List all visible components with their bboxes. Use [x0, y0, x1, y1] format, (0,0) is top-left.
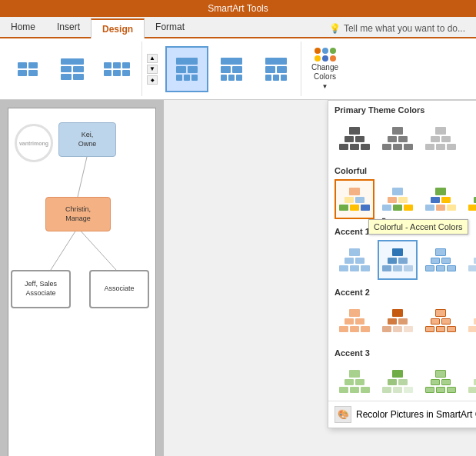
color-accent1-2[interactable]: [378, 240, 418, 280]
color-colorful-3[interactable]: [421, 179, 461, 219]
mini-sa-c1: [339, 188, 370, 211]
layouts-group: [3, 42, 142, 96]
color-colorful-1[interactable]: [335, 179, 374, 219]
color-primary-2[interactable]: [378, 118, 418, 158]
node-jeff[interactable]: Jeff, SalesAssociate: [11, 270, 71, 308]
color-accent2-1[interactable]: [335, 301, 374, 341]
logo-text: vantrimong: [19, 141, 48, 146]
smartart-option-2[interactable]: [210, 46, 253, 92]
mini-sa-a2-2: [382, 309, 413, 332]
node-kei[interactable]: Kei,Owne: [58, 122, 116, 157]
node-kei-text: Kei,Owne: [78, 131, 97, 148]
color-accent1-3[interactable]: [421, 240, 461, 280]
section-colorful-label: Colorful: [328, 161, 476, 178]
color-colorful-4[interactable]: [464, 179, 476, 219]
node-christin-text: Christin,Manage: [65, 205, 91, 223]
color-accent3-4[interactable]: [464, 361, 476, 401]
dropdown-area: Primary Theme Colors: [164, 100, 476, 456]
mini-sa-c2: [382, 188, 413, 211]
change-colors-arrow: ▼: [322, 83, 328, 90]
title-bar: SmartArt Tools: [0, 0, 476, 17]
color-primary-1[interactable]: [335, 118, 374, 158]
dropdown-panel: Primary Theme Colors: [328, 100, 476, 428]
logo-circle: vantrimong: [15, 124, 53, 162]
mini-sa-a3-2: [382, 370, 413, 393]
svg-line-1: [51, 228, 78, 270]
color-accent2-2[interactable]: [378, 301, 418, 341]
color-row-accent3: [328, 360, 476, 401]
tab-design[interactable]: Design: [91, 18, 145, 38]
node-associate[interactable]: Associate: [89, 270, 149, 308]
color-accent3-1[interactable]: [335, 361, 374, 401]
scroll-more-btn[interactable]: ◆: [147, 75, 158, 85]
change-colors-button[interactable]: ChangeColors ▼: [305, 42, 345, 96]
tooltip: Colorful - Accent Colors: [368, 219, 468, 235]
color-row-accent1: [328, 238, 476, 283]
mini-sa-p3: [425, 127, 456, 150]
node-christin[interactable]: Christin,Manage: [45, 197, 111, 231]
color-accent1-4[interactable]: [464, 240, 476, 280]
color-accent2-3[interactable]: [421, 301, 461, 341]
mini-sa-a1-4: [468, 248, 476, 271]
main-area: vantrimong Kei,Owne Christin,Manage Jeff…: [0, 100, 476, 456]
smartart-option-1[interactable]: [165, 46, 208, 92]
scroll-up-btn[interactable]: ▲: [147, 54, 158, 63]
svg-line-2: [78, 228, 116, 270]
color-accent2-4[interactable]: [464, 301, 476, 341]
dropdown-main: Primary Theme Colors: [328, 101, 476, 401]
mini-sa-a2-4: [468, 309, 476, 332]
mini-sa-a3-3: [425, 370, 456, 393]
search-area[interactable]: 💡 Tell me what you want to do...: [321, 20, 476, 37]
section-accent3-label: Accent 3: [328, 344, 476, 360]
ribbon-body: ▲ ▼ ◆: [0, 38, 476, 100]
color-dots-icon: [315, 48, 336, 62]
node-associate-text: Associate: [104, 285, 134, 294]
layout-btn-3[interactable]: [95, 46, 138, 92]
layout-btn-1[interactable]: [6, 46, 49, 92]
svg-line-0: [78, 157, 87, 197]
tab-home[interactable]: Home: [0, 17, 46, 37]
mini-sa-a1-2: [382, 248, 413, 271]
color-colorful-2[interactable]: [378, 179, 418, 219]
scroll-down-btn[interactable]: ▼: [147, 65, 158, 74]
mini-sa-a2-3: [425, 309, 456, 332]
color-accent1-1[interactable]: [335, 240, 374, 280]
mini-sa-a3-4: [468, 370, 476, 393]
color-row-accent2: [328, 299, 476, 344]
color-row-colorful: ↖ Colorful - Accent Colors: [328, 178, 476, 222]
mini-sa-a1-1: [339, 248, 370, 271]
mini-sa-c4: [468, 188, 476, 211]
tab-insert[interactable]: Insert: [46, 17, 91, 37]
mini-sa-a1-3: [425, 248, 456, 271]
color-accent3-3[interactable]: [421, 361, 461, 401]
slide-preview: vantrimong Kei,Owne Christin,Manage Jeff…: [0, 100, 164, 456]
recolor-action[interactable]: 🎨 Recolor Pictures in SmartArt Graphic .…: [328, 401, 476, 428]
color-accent3-2[interactable]: [378, 361, 418, 401]
color-row-primary: [328, 117, 476, 161]
smartart-option-3[interactable]: [255, 46, 298, 92]
smartart-options-group: [162, 42, 301, 96]
change-colors-label: ChangeColors: [311, 63, 338, 82]
ribbon-tabs: Home Insert Design Format 💡 Tell me what…: [0, 17, 476, 38]
layout-btn-2[interactable]: [51, 46, 94, 92]
section-accent2-label: Accent 2: [328, 283, 476, 299]
color-primary-3[interactable]: [421, 118, 461, 158]
tab-format[interactable]: Format: [145, 17, 195, 37]
dropdown-content: Primary Theme Colors: [328, 101, 476, 401]
recolor-icon: 🎨: [335, 406, 351, 423]
recolor-label: Recolor Pictures in SmartArt Graphic: [356, 409, 476, 420]
slide-bg: vantrimong Kei,Owne Christin,Manage Jeff…: [8, 108, 156, 456]
section-primary-label: Primary Theme Colors: [328, 101, 476, 117]
mini-sa-a2-1: [339, 309, 370, 332]
node-jeff-text: Jeff, SalesAssociate: [25, 280, 57, 298]
ribbon-scroll: ▲ ▼ ◆: [145, 42, 159, 96]
title-label: SmartArt Tools: [208, 3, 268, 14]
mini-sa-p2: [382, 127, 413, 150]
mini-sa-p1: [339, 127, 370, 150]
mini-sa-a3-1: [339, 370, 370, 393]
mini-sa-c3: [425, 188, 456, 211]
